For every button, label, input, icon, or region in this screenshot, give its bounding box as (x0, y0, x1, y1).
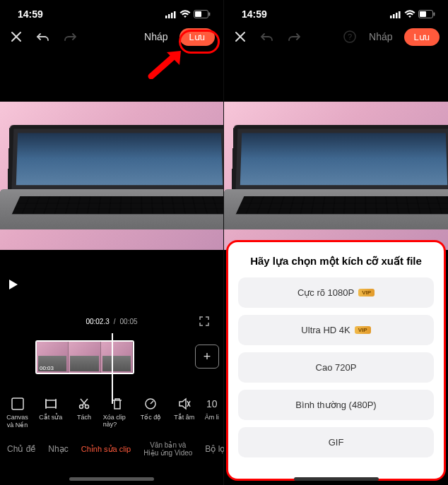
video-preview (224, 102, 448, 250)
add-clip-button[interactable]: + (195, 345, 219, 369)
svg-rect-0 (165, 16, 167, 18)
tool-speed[interactable]: Tốc độ (136, 395, 165, 430)
play-button[interactable] (8, 279, 18, 293)
tool-delete[interactable]: Xóa clip này? (103, 395, 132, 430)
battery-icon (194, 10, 211, 18)
vip-badge: VIP (358, 289, 375, 297)
tool-volume[interactable]: 10 Âm li (203, 395, 220, 430)
tab-music[interactable]: Nhạc (48, 444, 68, 454)
status-bar: 14:59 (224, 0, 448, 23)
trash-icon (112, 397, 123, 411)
time-total: 00:05 (120, 318, 138, 325)
canvas-icon (11, 397, 24, 411)
battery-icon (418, 10, 435, 18)
export-option-4k[interactable]: Ultra HD 4K VIP (238, 315, 434, 345)
svg-rect-14 (396, 13, 398, 18)
help-icon[interactable]: ? (342, 29, 358, 44)
redo-icon[interactable] (286, 29, 302, 44)
signal-icon (165, 11, 177, 18)
undo-icon[interactable] (259, 29, 275, 44)
close-icon[interactable] (8, 29, 24, 44)
wifi-icon (404, 10, 415, 18)
redo-icon[interactable] (62, 29, 78, 44)
tool-split[interactable]: Tách (69, 395, 98, 430)
save-button[interactable]: Lưu (404, 28, 440, 46)
screen-export: 14:59 ? Nháp Lưu Hãy lựa chọn một kích c… (224, 0, 448, 485)
trim-icon (45, 397, 57, 411)
svg-text:?: ? (348, 32, 352, 41)
tool-canvas[interactable]: Canvas và Nền (3, 395, 32, 430)
svg-point-9 (80, 405, 83, 409)
expand-icon[interactable] (199, 316, 209, 328)
export-modal: Hãy lựa chọn một kích cỡ xuất file Cực r… (226, 240, 446, 481)
svg-rect-17 (420, 11, 426, 17)
tool-trim[interactable]: Cắt sửa (36, 395, 65, 430)
svg-rect-3 (174, 11, 176, 18)
signal-icon (390, 11, 401, 18)
svg-rect-13 (393, 14, 395, 18)
export-option-gif[interactable]: GIF (238, 427, 434, 457)
svg-rect-7 (12, 398, 23, 409)
close-icon[interactable] (232, 29, 248, 44)
category-tabs: Chủ đề Nhạc Chỉnh sửa clip Văn bản và Hi… (0, 441, 223, 457)
svg-rect-6 (209, 13, 211, 16)
mute-icon (178, 397, 191, 411)
status-time: 14:59 (242, 8, 267, 20)
tool-mute[interactable]: Tắt âm (170, 395, 199, 430)
status-time: 14:59 (18, 8, 43, 20)
scissors-icon (78, 397, 90, 411)
svg-rect-12 (390, 16, 392, 18)
screen-editor: 14:59 Nháp Lưu 00:02.3 / 00:05 (0, 0, 224, 485)
status-indicators (390, 10, 435, 18)
status-indicators (165, 10, 211, 18)
timeline-clip[interactable]: 00:03 (35, 340, 134, 374)
home-indicator[interactable] (69, 477, 154, 481)
time-current: 00:02.3 (86, 318, 109, 325)
undo-icon[interactable] (35, 29, 51, 44)
playhead[interactable] (112, 333, 113, 404)
preview-content (0, 102, 223, 250)
home-indicator[interactable] (294, 477, 379, 481)
export-option-480p[interactable]: Bình thường (480P) (238, 390, 434, 420)
svg-rect-1 (168, 14, 170, 18)
video-preview[interactable] (0, 102, 223, 250)
status-bar: 14:59 (0, 0, 223, 23)
time-display: 00:02.3 / 00:05 (0, 318, 223, 325)
preview-content (224, 102, 448, 250)
svg-point-10 (86, 405, 89, 409)
wifi-icon (179, 10, 191, 18)
time-sep: / (114, 318, 116, 325)
svg-rect-2 (171, 13, 173, 18)
svg-rect-8 (46, 400, 56, 407)
modal-title: Hãy lựa chọn một kích cỡ xuất file (250, 255, 422, 268)
clip-duration: 00:03 (40, 365, 54, 371)
top-toolbar: ? Nháp Lưu (224, 23, 448, 51)
svg-rect-15 (399, 11, 401, 18)
vip-badge: VIP (355, 326, 371, 334)
draft-label[interactable]: Nháp (369, 31, 392, 42)
svg-rect-18 (434, 13, 435, 16)
tab-edit-clip[interactable]: Chỉnh sửa clip (81, 445, 131, 454)
export-option-1080p[interactable]: Cực rõ 1080P VIP (238, 277, 434, 308)
timeline[interactable]: 00:03 + (0, 333, 223, 384)
speed-icon (144, 397, 157, 411)
volume-value: 10 (206, 397, 218, 411)
tab-theme[interactable]: Chủ đề (7, 444, 35, 454)
svg-rect-5 (195, 11, 201, 17)
edit-toolbar: Canvas và Nền Cắt sửa Tách Xóa clip này?… (0, 395, 223, 430)
draft-label[interactable]: Nháp (144, 31, 167, 42)
export-option-720p[interactable]: Cao 720P (238, 352, 434, 383)
tab-text-effects[interactable]: Văn bản và Hiệu ứng Video (143, 441, 192, 457)
annotation-arrow (147, 48, 187, 82)
